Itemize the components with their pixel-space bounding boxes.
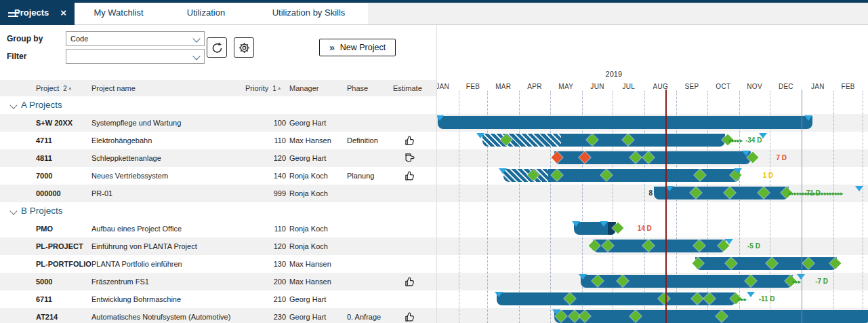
project-name: Systempflege und Wartung	[91, 114, 181, 132]
project-name: Schleppkettenanlage	[91, 149, 161, 167]
manager-value: Ronja Koch	[289, 185, 328, 202]
project-row[interactable]: PL-PROJECTEinführung von PLANTA Project1…	[0, 238, 436, 255]
tab-my-watchlist-label: My Watchlist	[94, 7, 143, 18]
schedule-marker-icon	[572, 221, 580, 227]
project-row[interactable]: AT214Automatisches Notrufsystem (Automot…	[0, 308, 436, 323]
month-gridline	[833, 91, 834, 323]
schedule-marker-icon	[804, 115, 812, 121]
gantt-row	[437, 255, 868, 273]
schedule-marker-icon	[734, 168, 742, 174]
col-priority[interactable]: Priority1▲	[245, 80, 282, 97]
gantt-bar[interactable]	[482, 134, 725, 147]
col-project-name[interactable]: Project name	[91, 80, 136, 96]
month-label: AUG	[647, 83, 674, 90]
settings-button[interactable]	[234, 37, 254, 58]
tab-utilization-by-skills[interactable]: Utilization by Skills	[249, 0, 368, 25]
schedule-marker-icon	[600, 221, 608, 227]
col-project[interactable]: Project2▲	[36, 80, 73, 97]
filter-label: Filter	[7, 52, 26, 61]
gantt-row: ▸▸▸▸▸-34 D	[437, 132, 868, 149]
project-code-link[interactable]: PMO	[36, 220, 53, 238]
project-row[interactable]: 4811Schleppkettenanlage120Georg Hart	[0, 149, 436, 167]
col-phase[interactable]: Phase	[347, 80, 368, 96]
group-collapse-icon[interactable]	[9, 101, 17, 109]
estimate-icon	[404, 134, 417, 147]
project-code-link[interactable]: 7000	[36, 167, 52, 185]
priority-value: 230	[224, 308, 286, 323]
group-row[interactable]: B Projects	[0, 202, 436, 220]
group-collapse-icon[interactable]	[9, 207, 17, 214]
filter-select[interactable]	[66, 49, 205, 64]
gantt-bar[interactable]	[438, 116, 812, 129]
month-label: DEC	[772, 83, 800, 90]
group-row[interactable]: A Projects	[0, 96, 436, 114]
manager-value: Georg Hart	[289, 114, 326, 132]
delay-label: -11 D	[759, 295, 775, 303]
col-manager[interactable]: Manager	[289, 80, 318, 96]
priority-value: 200	[224, 273, 286, 290]
tab-projects[interactable]: Projects ×	[0, 0, 75, 25]
col-estimate[interactable]: Estimate	[393, 80, 422, 96]
priority-value: 120	[224, 149, 286, 167]
project-code-link[interactable]: PL-PORTFOLIO	[36, 255, 91, 273]
thumb-up-icon	[404, 276, 416, 288]
project-row[interactable]: S+W 20XXSystempflege und Wartung100Georg…	[0, 114, 436, 132]
gantt-row: ▸▸▸-11 D	[437, 290, 868, 308]
project-row[interactable]: PL-PORTFOLIOPLANTA Portfolio einführen13…	[0, 255, 436, 273]
project-code-link[interactable]: 4711	[36, 132, 52, 149]
close-icon[interactable]: ×	[60, 7, 66, 18]
priority-value: 140	[224, 167, 286, 185]
gear-icon	[238, 41, 251, 54]
project-code-link[interactable]: 000000	[36, 185, 61, 202]
month-label: JUN	[584, 83, 611, 90]
gantt-row: 14 D	[437, 220, 868, 238]
delay-label: -71 D	[804, 189, 820, 197]
project-name: Automatisches Notrufsystem (Automotive)	[91, 308, 230, 323]
project-row[interactable]: 5000Fräszentrum FS1200Max Hansen	[0, 273, 436, 290]
project-name: Fräszentrum FS1	[91, 273, 149, 290]
group-label: A Projects	[21, 96, 62, 114]
project-row[interactable]: 000000PR-01999Ronja Koch	[0, 185, 436, 202]
project-name: Entwicklung Bohrmaschine	[91, 290, 181, 308]
manager-value: Ronja Koch	[289, 220, 328, 238]
delay-label: -5 D	[747, 242, 760, 250]
priority-value: 999	[224, 185, 286, 202]
month-label: MAR	[490, 83, 517, 90]
project-code-link[interactable]: 6711	[36, 290, 52, 308]
delay-label: 7 D	[776, 154, 787, 162]
gantt-bar[interactable]	[581, 275, 793, 288]
tab-my-watchlist[interactable]: My Watchlist	[75, 0, 163, 25]
estimate-icon	[404, 152, 417, 164]
manager-value: Ronja Koch	[289, 167, 328, 185]
thumb-up-icon	[404, 170, 416, 182]
project-row[interactable]: 7000Neues Vertriebssystem140Ronja KochPl…	[0, 167, 436, 185]
project-code-link[interactable]: AT214	[36, 308, 58, 323]
chevron-down-icon	[192, 35, 200, 42]
tab-utilization[interactable]: Utilization	[163, 0, 249, 25]
month-label: FEB	[459, 83, 487, 90]
group-by-select[interactable]: Code	[66, 31, 205, 46]
manager-value: Georg Hart	[289, 149, 326, 167]
project-code-link[interactable]: 5000	[36, 273, 52, 290]
manager-value: Max Hansen	[289, 255, 331, 273]
app-window: Projects × My Watchlist Utilization Util…	[0, 0, 868, 323]
project-row[interactable]: 6711Entwicklung Bohrmaschine210Georg Har…	[0, 290, 436, 308]
phase-value: Definition	[347, 132, 378, 149]
month-label: JAN	[804, 83, 831, 90]
priority-value: 100	[224, 114, 286, 132]
month-label: MAY	[552, 83, 579, 90]
project-code-link[interactable]: S+W 20XX	[36, 114, 73, 132]
project-row[interactable]: PMOAufbau eines Project Office110Ronja K…	[0, 220, 436, 238]
project-row[interactable]: 4711Elektrohängebahn110Max HansenDefinit…	[0, 132, 436, 149]
new-project-button[interactable]: » New Project	[319, 39, 396, 56]
refresh-button[interactable]	[207, 37, 227, 58]
schedule-marker-icon	[742, 151, 750, 156]
project-code-link[interactable]: PL-PROJECT	[36, 238, 83, 255]
project-code-link[interactable]: 4811	[36, 149, 52, 167]
gantt-bar[interactable]	[554, 310, 868, 323]
schedule-marker-icon	[579, 274, 587, 280]
gantt-row: 1 D	[437, 167, 868, 185]
delay-label: -7 D	[815, 278, 828, 285]
manager-value: Georg Hart	[289, 308, 326, 323]
group-label: B Projects	[21, 202, 63, 220]
